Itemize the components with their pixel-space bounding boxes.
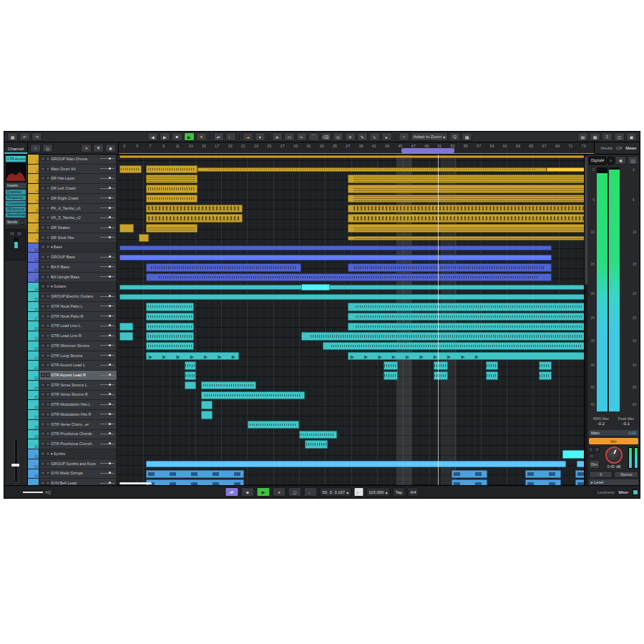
position-display[interactable]: 50. 3. 3.107▴ — [319, 487, 351, 497]
track-volume-slider[interactable] — [100, 326, 114, 326]
track-volume-slider[interactable] — [100, 424, 114, 424]
track-volume-slider[interactable] — [100, 316, 114, 316]
track-row-16[interactable]: 16GTR Hook Palm L — [28, 302, 117, 312]
track-row-21[interactable]: 21GTR Long Strums — [28, 351, 117, 361]
clip-event[interactable] — [119, 285, 585, 290]
track-color-tab[interactable]: 32 — [28, 459, 39, 469]
track-row-30[interactable]: 30GTR Prechorus Crunch — [28, 439, 117, 449]
solo-button[interactable] — [46, 441, 50, 446]
select-tool-icon[interactable]: ➤ — [272, 132, 283, 141]
range-tool-icon[interactable]: ▭ — [284, 132, 295, 141]
mute-button[interactable] — [41, 255, 45, 259]
solo-button[interactable] — [46, 186, 50, 190]
fader-handle[interactable] — [11, 464, 19, 467]
glue-tool-icon[interactable]: ⌒ — [308, 132, 319, 141]
track-row-8[interactable]: 8DR Shaker — [28, 223, 117, 233]
mute-button[interactable] — [41, 471, 45, 475]
clip-event[interactable] — [305, 440, 328, 449]
track-color-tab[interactable]: 29 — [28, 430, 39, 439]
track-color-tab[interactable]: 27 — [28, 410, 39, 419]
clip-event[interactable] — [248, 421, 299, 429]
track-row-17[interactable]: 17GTR Hook Palm R — [28, 312, 117, 322]
mix-button[interactable]: Mix — [589, 438, 638, 444]
play-button[interactable]: ▶ — [256, 487, 270, 497]
track-color-tab[interactable]: 15 — [28, 292, 39, 301]
track-volume-slider[interactable] — [100, 296, 114, 297]
track-color-tab[interactable]: 22 — [28, 361, 39, 370]
clip-event[interactable] — [146, 352, 239, 361]
track-volume-slider[interactable] — [100, 168, 114, 169]
track-volume-slider[interactable] — [100, 355, 114, 356]
clip-event[interactable] — [577, 461, 585, 467]
main-section-header[interactable]: Main0.00 — [589, 430, 638, 436]
metronome-icon[interactable]: ♩ — [225, 132, 236, 141]
layout-3-icon[interactable]: ≡ — [602, 132, 613, 141]
speaker-a-button[interactable] — [589, 447, 594, 452]
folder-icon[interactable]: ▾ — [51, 285, 53, 288]
speaker-b-button[interactable] — [595, 447, 600, 452]
track-color-tab[interactable]: 31 — [28, 449, 39, 459]
cycle-icon[interactable]: ⇄ — [213, 132, 224, 141]
clip-event[interactable] — [146, 479, 244, 485]
solo-button[interactable] — [46, 353, 50, 358]
insert-slot[interactable]: Compressor — [6, 201, 26, 206]
mute-button[interactable] — [41, 462, 45, 466]
track-row-19[interactable]: 19GTR Lead Line R — [28, 331, 117, 341]
meter-gear-icon[interactable]: ✱ — [615, 156, 626, 165]
time-signature-display[interactable]: 4/4 — [407, 487, 419, 497]
track-row-6[interactable]: 6PK_4_Tambo_v1 — [28, 204, 117, 214]
solo-button[interactable] — [46, 294, 50, 298]
scrollbar-thumb[interactable] — [585, 156, 587, 285]
solo-button[interactable] — [46, 373, 50, 377]
track-volume-slider[interactable] — [100, 444, 114, 444]
track-color-tab[interactable]: 1 — [28, 155, 39, 164]
mute-button[interactable] — [41, 383, 45, 387]
solo-button[interactable] — [46, 412, 50, 416]
clip-event[interactable] — [348, 185, 585, 193]
solo-button[interactable] — [46, 402, 50, 406]
track-color-tab[interactable]: 3 — [28, 174, 39, 183]
solo-button[interactable] — [46, 314, 50, 318]
mute-button[interactable] — [41, 314, 45, 318]
mute-button[interactable] — [41, 265, 45, 269]
output-format-button[interactable]: Stereo — [614, 471, 638, 478]
filter-icon[interactable]: ▼ — [93, 144, 104, 152]
insert-slot[interactable]: REVerence — [6, 207, 26, 212]
tempo-display[interactable]: 115.000▴ — [366, 487, 390, 497]
solo-button[interactable] — [46, 225, 50, 230]
track-row-26[interactable]: 26GTR Modulation Hits L — [28, 400, 117, 410]
track-row-22[interactable]: 22GTR Accent Lead L — [28, 361, 117, 371]
clip-event[interactable] — [119, 224, 134, 233]
nav-prev-icon[interactable]: ◀ — [147, 132, 158, 141]
panel-tab-meter[interactable]: Meter — [625, 146, 636, 150]
line-tool-icon[interactable]: ∿ — [369, 132, 380, 141]
cycle-region[interactable] — [401, 148, 454, 153]
mute-button[interactable] — [41, 333, 45, 338]
clip-event[interactable] — [146, 263, 301, 272]
track-color-tab[interactable]: 13 — [28, 273, 39, 282]
clip-event[interactable] — [301, 332, 585, 341]
clip-event[interactable] — [486, 361, 498, 370]
track-volume-slider[interactable] — [100, 306, 114, 306]
track-row-4[interactable]: 4DR Left Crash — [28, 184, 117, 194]
track-volume-slider[interactable] — [100, 158, 114, 159]
clip-event[interactable] — [185, 361, 196, 370]
adapt-to-zoom-dropdown[interactable]: Adapt to Zoom▾ — [411, 132, 448, 141]
clip-event[interactable] — [146, 185, 197, 193]
clip-event[interactable] — [348, 195, 585, 203]
horizontal-scrollbar[interactable] — [119, 482, 152, 484]
track-row-3[interactable]: 3DR Hat Layer — [28, 174, 117, 184]
clip-event[interactable] — [146, 205, 243, 213]
track-color-tab[interactable]: 5 — [28, 194, 39, 203]
insert-slot[interactable]: StereoDelay — [6, 213, 26, 218]
layout-5-icon[interactable]: ▣ — [626, 132, 637, 141]
track-color-tab[interactable]: 10 — [28, 243, 39, 253]
track-volume-slider[interactable] — [100, 197, 114, 198]
track-volume-slider[interactable] — [100, 394, 114, 395]
track-color-tab[interactable]: 28 — [28, 420, 39, 429]
clip-event[interactable] — [139, 234, 149, 243]
track-volume-slider[interactable] — [100, 188, 114, 189]
clip-event[interactable] — [348, 224, 585, 233]
playhead[interactable] — [438, 155, 439, 485]
track-volume-slider[interactable] — [100, 336, 114, 336]
